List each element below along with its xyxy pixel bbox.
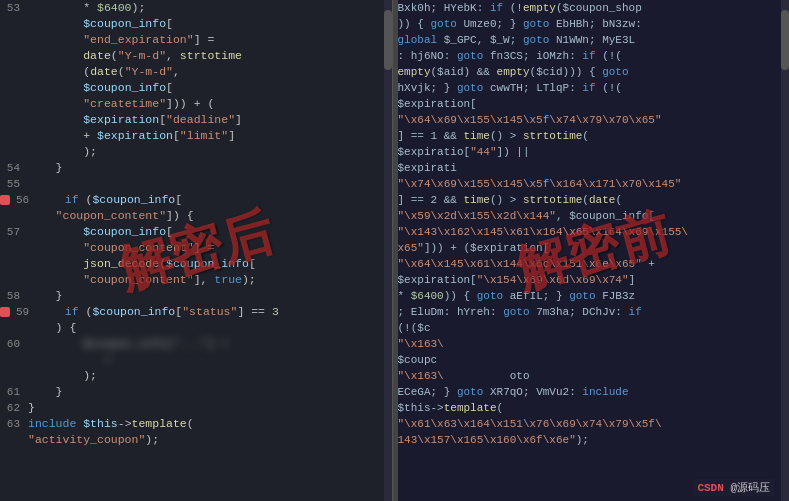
code-line: "coupon_content"]) { [0,208,384,224]
code-line: ] == 2 && time() > strtotime(date( [398,192,782,208]
code-line: "\x143\x162\x145\x61\x164\x65\x164\x69\x… [398,224,782,240]
main-container: 53 * $6400); $coupon_info[ "end_expirati… [0,0,789,501]
line-content: $expirati [398,160,782,176]
code-line: ] == 1 && time() > strtotime( [398,128,782,144]
code-line: ); [0,368,384,384]
code-line: * $6400)) { goto aEfIL; } goto FJB3z [398,288,782,304]
left-pane: 53 * $6400); $coupon_info[ "end_expirati… [0,0,393,501]
csdn-label: CSDN [697,482,723,494]
code-line: : hj6NO: goto fn3CS; iOMzh: if (!( [398,48,782,64]
line-content: $expiratio["44"]) || [398,144,782,160]
code-line: 59 if ($coupon_info["status"] == 3 [0,304,384,320]
right-code-area: Bxk0h; HYebK: if (!empty($coupon_shop ))… [398,0,790,501]
code-line: $expirati [398,160,782,176]
line-content: : hj6NO: goto fn3CS; iOMzh: if (!( [398,48,782,64]
code-line: "end_expiration"] = [0,32,384,48]
line-number: 53 [0,0,28,16]
code-line: )) { goto Umze0; } goto EbHBh; bN3zw: [398,16,782,32]
code-line: $expiration["\x154\x69\x6d\x69\x74"] [398,272,782,288]
line-content: if ($coupon_info["status"] == 3 [37,304,383,320]
line-number: 62 [0,400,28,416]
line-content: )) { goto Umze0; } goto EbHBh; bN3zw: [398,16,782,32]
right-scrollbar[interactable] [781,0,789,501]
line-content: ); [28,144,384,160]
code-line: $coupc [398,352,782,368]
line-content: "\x59\x2d\x155\x2d\x144", $coupon_info[ [398,208,782,224]
line-content: $coupon_info[ [28,16,384,32]
branding: CSDN @源码压 [693,479,774,496]
code-line: ) { [0,320,384,336]
line-content: empty($aid) && empty($cid))) { goto [398,64,782,80]
code-line: "\x59\x2d\x155\x2d\x144", $coupon_info[ [398,208,782,224]
line-content: global $_GPC, $_W; goto N1WWn; MyE3L [398,32,782,48]
code-line: "\x163\ oto [398,368,782,384]
line-content: $this->template( [398,400,782,416]
line-content: "\x64\x69\x155\x145\x5f\x74\x79\x70\x65" [398,112,782,128]
code-line: ; EluDm: hYreh: goto 7m3ha; DChJv: if [398,304,782,320]
code-line: 57 $coupon_info[ [0,224,384,240]
line-content: $expiration[ [398,96,782,112]
line-content: $expiration["deadline"] [28,112,384,128]
line-content: "\x61\x63\x164\x151\x76\x69\x74\x79\x5f\ [398,416,782,432]
code-line: (date("Y-m-d", [0,64,384,80]
code-line: (!($c [398,320,782,336]
code-line: 61 } [0,384,384,400]
code-line: json_decode($coupon_info[ [0,256,384,272]
line-content: date("Y-m-d", strtotime [28,48,384,64]
line-content: ) { [28,320,384,336]
code-line: empty($aid) && empty($cid))) { goto [398,64,782,80]
code-line: $expiration["deadline"] [0,112,384,128]
left-scrollbar[interactable] [384,0,392,501]
scrollbar-thumb[interactable] [781,10,789,70]
line-content: (date("Y-m-d", [28,64,384,80]
code-line: $coupon_info[ [0,16,384,32]
line-content-blurred: $coupon_info["..."] = [28,336,384,352]
code-line: 62 } [0,400,384,416]
line-number: 60 [0,336,28,352]
code-line: global $_GPC, $_W; goto N1WWn; MyE3L [398,32,782,48]
line-content: "\x74\x69\x155\x145\x5f\x164\x171\x70\x1… [398,176,782,192]
code-line: "\x64\x69\x155\x145\x5f\x74\x79\x70\x65" [398,112,782,128]
line-content: ECeGA; } goto XR7qO; VmVu2: include [398,384,782,400]
code-line: 56 if ($coupon_info[ [0,192,384,208]
line-number: 54 [0,160,28,176]
line-content-blurred: = [28,352,384,368]
code-line: hXvjk; } goto cwwTH; LTlqP: if (!( [398,80,782,96]
line-content: ); [28,368,384,384]
line-content: $coupc [398,352,782,368]
line-content: * $6400)) { goto aEfIL; } goto FJB3z [398,288,782,304]
code-line: 63 include $this->template( [0,416,384,432]
code-line: 54 } [0,160,384,176]
line-content: $coupon_info[ [28,224,384,240]
line-content: "coupon_content"] = [28,240,384,256]
line-content: "coupon_content"], true); [28,272,384,288]
line-number: 63 [0,416,28,432]
code-line: "createtime"])) + ( [0,96,384,112]
line-content: } [28,160,384,176]
line-content: "coupon_content"]) { [28,208,384,224]
line-content: * $6400); [28,0,384,16]
scrollbar-thumb[interactable] [384,10,392,70]
breakpoint-marker [0,307,10,317]
line-content: x65"])) + ($expiration[ [398,240,782,256]
code-line: "\x74\x69\x155\x145\x5f\x164\x171\x70\x1… [398,176,782,192]
line-content: } [28,384,384,400]
line-content: "\x143\x162\x145\x61\x164\x65\x164\x69\x… [398,224,782,240]
code-line: $this->template( [398,400,782,416]
code-line: Bxk0h; HYebK: if (!empty($coupon_shop [398,0,782,16]
code-line: $expiratio["44"]) || [398,144,782,160]
code-line: + $expiration["limit"] [0,128,384,144]
code-line: 58 } [0,288,384,304]
source-name: @源码压 [730,482,770,494]
code-line: 53 * $6400); [0,0,384,16]
code-line: date("Y-m-d", strtotime [0,48,384,64]
line-content: "activity_coupon"); [28,432,384,448]
line-content: Bxk0h; HYebK: if (!empty($coupon_shop [398,0,782,16]
code-line: "\x163\ [398,336,782,352]
line-number: 57 [0,224,28,240]
line-content: "end_expiration"] = [28,32,384,48]
left-code-area: 53 * $6400); $coupon_info[ "end_expirati… [0,0,392,501]
line-number: 55 [0,176,28,192]
code-line: 55 [0,176,384,192]
line-content: (!($c [398,320,782,336]
